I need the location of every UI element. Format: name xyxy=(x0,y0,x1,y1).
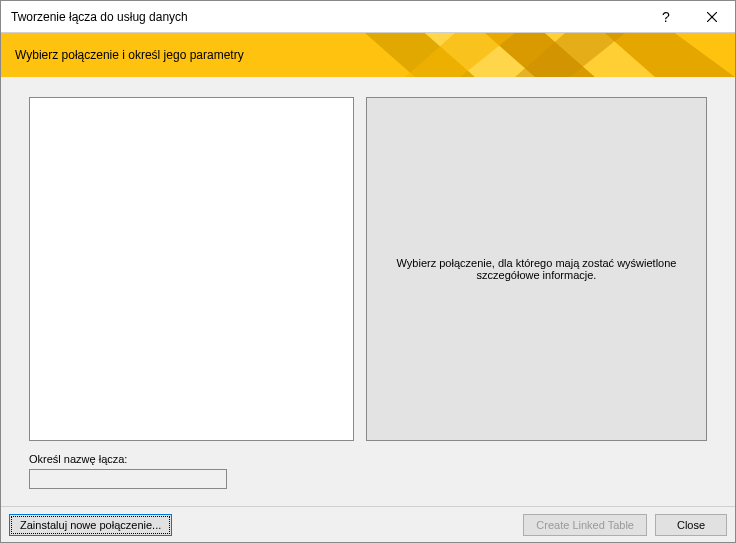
header-band: Wybierz połączenie i określ jego paramet… xyxy=(1,33,735,77)
content-area: Wybierz połączenie, dla którego mają zos… xyxy=(1,77,735,542)
header-subtitle: Wybierz połączenie i określ jego paramet… xyxy=(15,48,244,62)
create-linked-table-button: Create Linked Table xyxy=(523,514,647,536)
close-icon xyxy=(707,12,717,22)
details-placeholder: Wybierz połączenie, dla którego mają zos… xyxy=(377,257,696,281)
connections-list[interactable] xyxy=(29,97,354,441)
help-icon: ? xyxy=(662,9,670,25)
install-connection-button[interactable]: Zainstaluj nowe połączenie... xyxy=(9,514,172,536)
panels-row: Wybierz połączenie, dla którego mają zos… xyxy=(29,97,707,441)
window-title: Tworzenie łącza do usług danych xyxy=(1,10,643,24)
close-window-button[interactable] xyxy=(689,1,735,33)
link-name-input xyxy=(29,469,227,489)
close-button[interactable]: Close xyxy=(655,514,727,536)
footer: Zainstaluj nowe połączenie... Create Lin… xyxy=(1,506,735,542)
header-decoration xyxy=(365,33,735,77)
link-name-label: Określ nazwę łącza: xyxy=(29,453,707,465)
help-button[interactable]: ? xyxy=(643,1,689,33)
titlebar: Tworzenie łącza do usług danych ? xyxy=(1,1,735,33)
details-panel: Wybierz połączenie, dla którego mają zos… xyxy=(366,97,707,441)
name-section: Określ nazwę łącza: xyxy=(29,453,707,489)
